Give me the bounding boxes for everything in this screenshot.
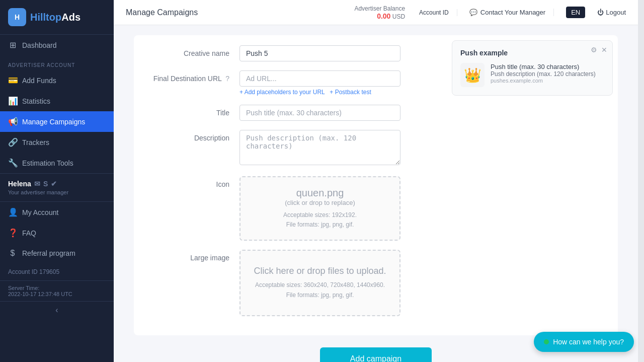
verified-icon[interactable]: ✔ (51, 180, 57, 188)
my-account-icon: 👤 (8, 207, 17, 217)
push-text: Push title (max. 30 characters) Push des… (491, 63, 596, 84)
sidebar: H HilltopAds ⊞ Dashboard ADVERTISER ACCO… (0, 0, 114, 362)
skype-icon[interactable]: S (43, 180, 48, 188)
balance-currency: USD (392, 13, 405, 20)
topbar-account-id: Account ID (419, 9, 457, 16)
icon-upload-wrap: quuen.png (click or drop to replace) Acc… (239, 176, 400, 241)
push-settings-button[interactable]: ⚙ (591, 46, 597, 54)
description-wrap (239, 130, 400, 167)
push-desc-preview: Push description (max. 120 characters) (491, 70, 596, 78)
icon-filename: quuen.png (249, 187, 391, 199)
manager-section: Helena ✉ S ✔ Your advertiser manager (0, 173, 114, 202)
trackers-icon: 🔗 (8, 137, 17, 147)
sidebar-item-add-funds[interactable]: 💳 Add Funds (0, 70, 114, 91)
sidebar-item-estimation-tools[interactable]: 🔧 Estimation Tools (0, 153, 114, 173)
right-scrollbar[interactable] (638, 0, 644, 362)
help-label: How can we help you? (553, 338, 624, 346)
creative-name-input[interactable] (239, 45, 400, 61)
add-placeholders-link[interactable]: + Add placeholders to your URL (239, 89, 325, 96)
language-button[interactable]: EN (566, 7, 585, 18)
referral-icon: $ (8, 249, 17, 258)
push-close-button[interactable]: ✕ (601, 46, 607, 54)
push-example-controls: ⚙ ✕ (591, 46, 607, 54)
sidebar-item-dashboard[interactable]: ⊞ Dashboard (0, 35, 114, 55)
main-area: Manage Campaigns Advertiser Balance 0.00… (114, 0, 638, 362)
push-preview-icon: 👑 (460, 63, 485, 87)
logo-text: HilltopAds (30, 12, 80, 23)
topbar: Manage Campaigns Advertiser Balance 0.00… (114, 0, 638, 25)
manager-name: Helena ✉ S ✔ (8, 180, 106, 188)
faq-icon: ❓ (8, 228, 17, 238)
logo: H HilltopAds (0, 0, 114, 35)
sidebar-section-label: ADVERTISER ACCOUNT (0, 55, 114, 70)
creative-name-label: Creative name (149, 45, 229, 57)
balance-amount: 0.00 (377, 12, 390, 20)
email-icon[interactable]: ✉ (34, 180, 40, 188)
push-title-preview: Push title (max. 30 characters) (491, 63, 596, 70)
push-url-preview: pushes.example.com (491, 78, 596, 84)
description-textarea[interactable] (239, 130, 400, 165)
logout-icon: ⏻ (597, 9, 604, 16)
icon-upload-box[interactable]: quuen.png (click or drop to replace) Acc… (239, 176, 400, 241)
large-image-sizes: Acceptable sizes: 360x240, 720x480, 1440… (249, 280, 391, 300)
title-label: Title (149, 105, 229, 117)
final-destination-wrap: + Add placeholders to your URL + Postbac… (239, 70, 400, 96)
postback-test-link[interactable]: + Postback test (330, 89, 371, 96)
large-image-upload-text: Click here or drop files to upload. (249, 266, 391, 276)
url-helpers: + Add placeholders to your URL + Postbac… (239, 89, 400, 96)
sidebar-collapse-button[interactable]: ‹ (0, 301, 114, 319)
sidebar-item-faq[interactable]: ❓ FAQ (0, 223, 114, 243)
add-campaign-button[interactable]: Add campaign (320, 347, 432, 362)
online-indicator (544, 339, 549, 344)
logo-icon: H (8, 8, 26, 26)
description-label: Description (149, 130, 229, 142)
icon-label: Icon (149, 176, 229, 188)
large-image-label: Large image (149, 250, 229, 262)
content-area: Creative name Final Destination URL ? + … (114, 25, 638, 362)
title-wrap (239, 105, 400, 121)
manager-label: Your advertiser manager (8, 189, 106, 195)
sidebar-item-manage-campaigns[interactable]: 📢 Manage Campaigns (0, 111, 114, 132)
large-image-upload-wrap: Click here or drop files to upload. Acce… (239, 250, 400, 316)
sidebar-item-my-account[interactable]: 👤 My Account (0, 202, 114, 223)
large-image-row: Large image Click here or drop files to … (149, 250, 603, 316)
estimation-tools-icon: 🔧 (8, 158, 17, 168)
sidebar-item-statistics[interactable]: 📊 Statistics (0, 91, 114, 111)
campaign-form: Creative name Final Destination URL ? + … (134, 35, 618, 335)
push-example-panel: Push example ⚙ ✕ 👑 Push title (max. 30 c… (452, 40, 613, 96)
contact-manager-button[interactable]: 💬 Contact Your Manager (469, 9, 554, 16)
dashboard-icon: ⊞ (8, 40, 17, 50)
push-example-title: Push example (460, 49, 604, 57)
icon-sizes: Acceptable sizes: 192x192. File formats:… (249, 210, 391, 230)
description-row: Description (149, 130, 603, 167)
final-destination-input[interactable] (239, 70, 400, 87)
sidebar-item-trackers[interactable]: 🔗 Trackers (0, 132, 114, 153)
logout-button[interactable]: ⏻ Logout (597, 9, 626, 16)
creative-name-wrap (239, 45, 400, 61)
advertiser-balance: Advertiser Balance 0.00 USD (354, 5, 405, 20)
help-icon: ? (225, 75, 229, 83)
statistics-icon: 📊 (8, 96, 17, 106)
manage-campaigns-icon: 📢 (8, 117, 17, 126)
icon-click-hint: (click or drop to replace) (249, 199, 391, 206)
page-title: Manage Campaigns (126, 8, 346, 17)
account-id-box: Account ID 179605 (0, 263, 114, 280)
final-destination-label: Final Destination URL ? (149, 70, 229, 83)
large-image-upload-box[interactable]: Click here or drop files to upload. Acce… (239, 250, 400, 316)
chat-icon: 💬 (469, 9, 477, 16)
help-bubble[interactable]: How can we help you? (534, 332, 634, 352)
sidebar-item-referral[interactable]: $ Referral program (0, 243, 114, 263)
title-row: Title (149, 105, 603, 121)
push-preview: 👑 Push title (max. 30 characters) Push d… (460, 63, 604, 87)
title-input[interactable] (239, 105, 400, 121)
server-time: Server Time: 2022-10-17 12:37:48 UTC (0, 280, 114, 301)
add-funds-icon: 💳 (8, 76, 17, 85)
icon-row: Icon quuen.png (click or drop to replace… (149, 176, 603, 241)
